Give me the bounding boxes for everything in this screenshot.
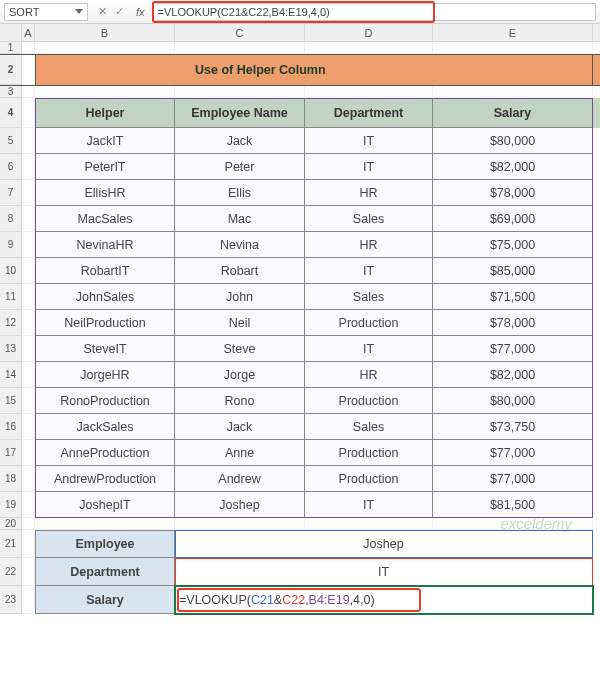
fx-icon[interactable]: fx (136, 6, 145, 18)
cell-name[interactable]: Peter (175, 154, 305, 180)
cell-dept[interactable]: Production (305, 440, 433, 466)
cell-dept[interactable]: Production (305, 388, 433, 414)
th-dept[interactable]: Department (305, 98, 433, 128)
row-header[interactable]: 10 (0, 258, 22, 284)
cell-helper[interactable]: JackIT (35, 128, 175, 154)
cell-dept[interactable]: IT (305, 258, 433, 284)
cell-salary[interactable]: $82,000 (433, 362, 593, 388)
chevron-down-icon[interactable] (75, 9, 83, 14)
select-all-corner[interactable] (0, 24, 22, 42)
row-header[interactable]: 1 (0, 42, 22, 54)
cell-dept[interactable]: HR (305, 180, 433, 206)
cell-helper[interactable]: AndrewProduction (35, 466, 175, 492)
cell-salary[interactable]: $82,000 (433, 154, 593, 180)
cell-helper[interactable]: EllisHR (35, 180, 175, 206)
cell-helper[interactable]: MacSales (35, 206, 175, 232)
col-header-c[interactable]: C (175, 24, 305, 41)
row-header[interactable]: 23 (0, 586, 22, 614)
cell-salary[interactable]: $73,750 (433, 414, 593, 440)
cell-dept[interactable]: Production (305, 466, 433, 492)
row-header[interactable]: 8 (0, 206, 22, 232)
cell-name[interactable]: Mac (175, 206, 305, 232)
spreadsheet-grid[interactable]: A B C D E 1 2 Use of Helper Column 3 4 H… (0, 24, 600, 614)
row-header[interactable]: 21 (0, 530, 22, 558)
cell-name[interactable]: Andrew (175, 466, 305, 492)
cell-helper[interactable]: PeterIT (35, 154, 175, 180)
cell-helper[interactable]: SteveIT (35, 336, 175, 362)
cell-dept[interactable]: HR (305, 362, 433, 388)
cell-dept[interactable]: Sales (305, 206, 433, 232)
cell-helper[interactable]: JackSales (35, 414, 175, 440)
row-header[interactable]: 15 (0, 388, 22, 414)
th-helper[interactable]: Helper (35, 98, 175, 128)
cell-salary[interactable]: $80,000 (433, 388, 593, 414)
cell-salary[interactable]: $69,000 (433, 206, 593, 232)
cell-dept[interactable]: IT (305, 128, 433, 154)
cell-salary[interactable]: $78,000 (433, 310, 593, 336)
row-header[interactable]: 14 (0, 362, 22, 388)
val-salary-formula[interactable]: =VLOOKUP(C21&C22,B4:E19,4,0) (175, 586, 593, 614)
val-employee[interactable]: Joshep (175, 530, 593, 558)
cell-dept[interactable]: HR (305, 232, 433, 258)
val-department[interactable]: IT (175, 558, 593, 586)
th-name[interactable]: Employee Name (175, 98, 305, 128)
cell-salary[interactable]: $78,000 (433, 180, 593, 206)
cell-name[interactable]: Robart (175, 258, 305, 284)
row-header[interactable]: 12 (0, 310, 22, 336)
cell-dept[interactable]: IT (305, 336, 433, 362)
cell-helper[interactable]: JorgeHR (35, 362, 175, 388)
cell-salary[interactable]: $77,000 (433, 466, 593, 492)
cell-helper[interactable]: NevinaHR (35, 232, 175, 258)
col-header-a[interactable]: A (22, 24, 35, 41)
cell-dept[interactable]: Production (305, 310, 433, 336)
row-header[interactable]: 3 (0, 86, 22, 98)
cell-name[interactable]: Rono (175, 388, 305, 414)
row-header[interactable]: 18 (0, 466, 22, 492)
cell-dept[interactable]: Sales (305, 284, 433, 310)
th-salary[interactable]: Salary (433, 98, 593, 128)
cell-name[interactable]: Jorge (175, 362, 305, 388)
cell-salary[interactable]: $80,000 (433, 128, 593, 154)
cell-name[interactable]: Jack (175, 128, 305, 154)
cell-helper[interactable]: JohnSales (35, 284, 175, 310)
cell-name[interactable]: Steve (175, 336, 305, 362)
cell-dept[interactable]: IT (305, 492, 433, 518)
row-header[interactable]: 6 (0, 154, 22, 180)
cell-salary[interactable]: $81,500 (433, 492, 593, 518)
row-header[interactable]: 20 (0, 518, 22, 530)
row-header[interactable]: 4 (0, 98, 22, 128)
cancel-icon[interactable]: ✕ (98, 5, 107, 18)
cell-salary[interactable]: $77,000 (433, 336, 593, 362)
cell-salary[interactable]: $75,000 (433, 232, 593, 258)
lbl-department[interactable]: Department (35, 558, 175, 586)
lbl-employee[interactable]: Employee (35, 530, 175, 558)
cell-name[interactable]: Anne (175, 440, 305, 466)
cell-helper[interactable]: RonoProduction (35, 388, 175, 414)
row-header[interactable]: 17 (0, 440, 22, 466)
cell-salary[interactable]: $71,500 (433, 284, 593, 310)
cell-name[interactable]: Joshep (175, 492, 305, 518)
name-box[interactable]: SORT (4, 3, 88, 21)
cell-salary[interactable]: $85,000 (433, 258, 593, 284)
cell-name[interactable]: Nevina (175, 232, 305, 258)
col-header-e[interactable]: E (433, 24, 593, 41)
row-header[interactable]: 7 (0, 180, 22, 206)
cell-name[interactable]: Neil (175, 310, 305, 336)
formula-bar[interactable]: =VLOOKUP(C21&C22,B4:E19,4,0) (153, 3, 596, 21)
cell-helper[interactable]: NeilProduction (35, 310, 175, 336)
row-header[interactable]: 22 (0, 558, 22, 586)
row-header[interactable]: 2 (0, 55, 22, 85)
cell-helper[interactable]: AnneProduction (35, 440, 175, 466)
cell-helper[interactable]: RobartIT (35, 258, 175, 284)
cell-dept[interactable]: IT (305, 154, 433, 180)
cell-dept[interactable]: Sales (305, 414, 433, 440)
col-header-b[interactable]: B (35, 24, 175, 41)
row-header[interactable]: 13 (0, 336, 22, 362)
row-header[interactable]: 19 (0, 492, 22, 518)
row-header[interactable]: 11 (0, 284, 22, 310)
col-header-d[interactable]: D (305, 24, 433, 41)
cell-name[interactable]: John (175, 284, 305, 310)
cell-helper[interactable]: JoshepIT (35, 492, 175, 518)
row-header[interactable]: 16 (0, 414, 22, 440)
accept-icon[interactable]: ✓ (115, 5, 124, 18)
